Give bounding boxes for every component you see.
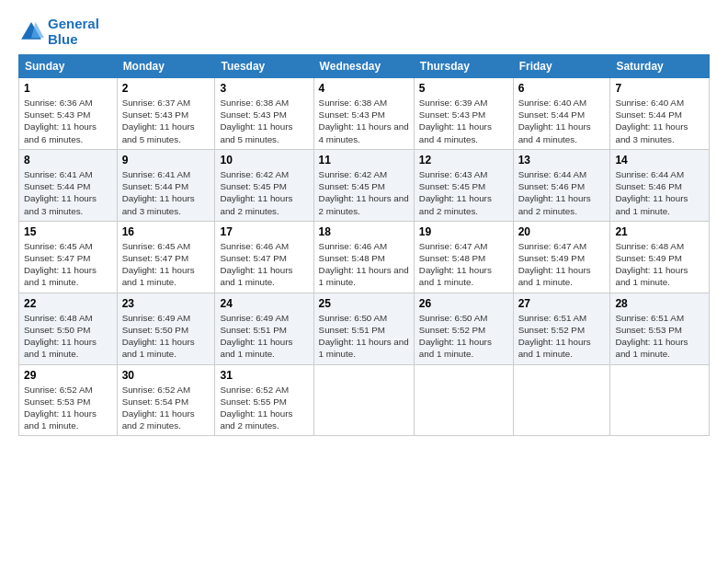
day-number: 22 xyxy=(24,297,112,310)
day-info: Sunrise: 6:50 AMSunset: 5:52 PMDaylight:… xyxy=(419,312,508,361)
day-number: 5 xyxy=(419,82,508,95)
calendar-cell: 25Sunrise: 6:50 AMSunset: 5:51 PMDayligh… xyxy=(313,293,414,364)
calendar-cell: 6Sunrise: 6:40 AMSunset: 5:44 PMDaylight… xyxy=(513,78,610,150)
day-info: Sunrise: 6:49 AMSunset: 5:50 PMDaylight:… xyxy=(122,312,210,361)
calendar-cell: 18Sunrise: 6:46 AMSunset: 5:48 PMDayligh… xyxy=(313,221,414,293)
day-number: 31 xyxy=(220,369,308,382)
day-number: 11 xyxy=(319,154,409,167)
calendar-cell: 22Sunrise: 6:48 AMSunset: 5:50 PMDayligh… xyxy=(19,293,118,364)
day-info: Sunrise: 6:44 AMSunset: 5:46 PMDaylight:… xyxy=(615,168,704,217)
calendar-cell: 13Sunrise: 6:44 AMSunset: 5:46 PMDayligh… xyxy=(513,149,610,221)
day-number: 23 xyxy=(122,297,210,310)
day-info: Sunrise: 6:46 AMSunset: 5:48 PMDaylight:… xyxy=(319,240,409,289)
day-number: 25 xyxy=(319,297,409,310)
calendar-cell: 24Sunrise: 6:49 AMSunset: 5:51 PMDayligh… xyxy=(215,293,313,364)
day-number: 1 xyxy=(24,82,112,95)
day-info: Sunrise: 6:48 AMSunset: 5:50 PMDaylight:… xyxy=(24,312,112,361)
logo-icon xyxy=(18,19,44,45)
day-info: Sunrise: 6:48 AMSunset: 5:49 PMDaylight:… xyxy=(615,240,704,289)
day-number: 12 xyxy=(419,154,508,167)
day-info: Sunrise: 6:45 AMSunset: 5:47 PMDaylight:… xyxy=(24,240,112,289)
day-number: 28 xyxy=(615,297,704,310)
day-number: 21 xyxy=(615,225,704,238)
day-number: 19 xyxy=(419,225,508,238)
calendar-cell: 23Sunrise: 6:49 AMSunset: 5:50 PMDayligh… xyxy=(117,293,215,364)
day-info: Sunrise: 6:40 AMSunset: 5:44 PMDaylight:… xyxy=(615,97,704,145)
logo: General Blue xyxy=(18,17,99,47)
day-info: Sunrise: 6:51 AMSunset: 5:52 PMDaylight:… xyxy=(518,312,606,361)
day-info: Sunrise: 6:41 AMSunset: 5:44 PMDaylight:… xyxy=(24,168,112,217)
calendar-cell: 7Sunrise: 6:40 AMSunset: 5:44 PMDaylight… xyxy=(610,78,710,150)
day-info: Sunrise: 6:38 AMSunset: 5:43 PMDaylight:… xyxy=(220,97,308,145)
calendar-cell: 4Sunrise: 6:38 AMSunset: 5:43 PMDaylight… xyxy=(313,78,414,150)
day-number: 7 xyxy=(615,82,704,95)
day-number: 6 xyxy=(518,82,606,95)
day-number: 10 xyxy=(220,154,308,167)
calendar-cell: 17Sunrise: 6:46 AMSunset: 5:47 PMDayligh… xyxy=(215,221,313,293)
header-tuesday: Tuesday xyxy=(215,55,313,78)
day-info: Sunrise: 6:52 AMSunset: 5:53 PMDaylight:… xyxy=(24,384,112,432)
calendar-cell: 29Sunrise: 6:52 AMSunset: 5:53 PMDayligh… xyxy=(19,364,118,436)
day-number: 9 xyxy=(122,154,210,167)
calendar-cell: 9Sunrise: 6:41 AMSunset: 5:44 PMDaylight… xyxy=(117,149,215,221)
day-number: 14 xyxy=(615,154,704,167)
header-friday: Friday xyxy=(513,55,610,78)
day-info: Sunrise: 6:43 AMSunset: 5:45 PMDaylight:… xyxy=(419,168,508,217)
calendar-table: SundayMondayTuesdayWednesdayThursdayFrid… xyxy=(18,54,710,436)
calendar-cell: 16Sunrise: 6:45 AMSunset: 5:47 PMDayligh… xyxy=(117,221,215,293)
calendar-cell: 14Sunrise: 6:44 AMSunset: 5:46 PMDayligh… xyxy=(610,149,710,221)
day-number: 24 xyxy=(220,297,308,310)
calendar-cell xyxy=(513,364,610,436)
day-number: 18 xyxy=(319,225,409,238)
day-info: Sunrise: 6:42 AMSunset: 5:45 PMDaylight:… xyxy=(319,168,409,217)
day-info: Sunrise: 6:41 AMSunset: 5:44 PMDaylight:… xyxy=(122,168,210,217)
day-number: 29 xyxy=(24,369,112,382)
calendar-cell: 30Sunrise: 6:52 AMSunset: 5:54 PMDayligh… xyxy=(117,364,215,436)
day-info: Sunrise: 6:50 AMSunset: 5:51 PMDaylight:… xyxy=(319,312,409,361)
day-number: 3 xyxy=(220,82,308,95)
calendar-cell: 10Sunrise: 6:42 AMSunset: 5:45 PMDayligh… xyxy=(215,149,313,221)
day-number: 4 xyxy=(319,82,409,95)
calendar-cell: 3Sunrise: 6:38 AMSunset: 5:43 PMDaylight… xyxy=(215,78,313,150)
calendar-body: 1Sunrise: 6:36 AMSunset: 5:43 PMDaylight… xyxy=(19,78,710,436)
calendar-cell: 26Sunrise: 6:50 AMSunset: 5:52 PMDayligh… xyxy=(414,293,513,364)
calendar-cell: 21Sunrise: 6:48 AMSunset: 5:49 PMDayligh… xyxy=(610,221,710,293)
day-info: Sunrise: 6:51 AMSunset: 5:53 PMDaylight:… xyxy=(615,312,704,361)
calendar-cell: 28Sunrise: 6:51 AMSunset: 5:53 PMDayligh… xyxy=(610,293,710,364)
calendar-cell xyxy=(414,364,513,436)
day-info: Sunrise: 6:47 AMSunset: 5:48 PMDaylight:… xyxy=(419,240,508,289)
day-number: 26 xyxy=(419,297,508,310)
day-number: 2 xyxy=(122,82,210,95)
calendar-cell: 31Sunrise: 6:52 AMSunset: 5:55 PMDayligh… xyxy=(215,364,313,436)
day-info: Sunrise: 6:39 AMSunset: 5:43 PMDaylight:… xyxy=(419,97,508,145)
header-saturday: Saturday xyxy=(610,55,710,78)
calendar-cell xyxy=(313,364,414,436)
day-info: Sunrise: 6:42 AMSunset: 5:45 PMDaylight:… xyxy=(220,168,308,217)
day-info: Sunrise: 6:46 AMSunset: 5:47 PMDaylight:… xyxy=(220,240,308,289)
day-number: 27 xyxy=(518,297,606,310)
calendar-cell: 11Sunrise: 6:42 AMSunset: 5:45 PMDayligh… xyxy=(313,149,414,221)
day-number: 15 xyxy=(24,225,112,238)
page: General Blue SundayMondayTuesdayWednesda… xyxy=(0,0,728,563)
header-sunday: Sunday xyxy=(19,55,118,78)
calendar-cell: 5Sunrise: 6:39 AMSunset: 5:43 PMDaylight… xyxy=(414,78,513,150)
calendar-cell: 27Sunrise: 6:51 AMSunset: 5:52 PMDayligh… xyxy=(513,293,610,364)
day-number: 17 xyxy=(220,225,308,238)
calendar-cell: 2Sunrise: 6:37 AMSunset: 5:43 PMDaylight… xyxy=(117,78,215,150)
day-info: Sunrise: 6:40 AMSunset: 5:44 PMDaylight:… xyxy=(518,97,606,145)
day-info: Sunrise: 6:44 AMSunset: 5:46 PMDaylight:… xyxy=(518,168,606,217)
day-info: Sunrise: 6:45 AMSunset: 5:47 PMDaylight:… xyxy=(122,240,210,289)
header-thursday: Thursday xyxy=(414,55,513,78)
calendar-cell: 12Sunrise: 6:43 AMSunset: 5:45 PMDayligh… xyxy=(414,149,513,221)
day-number: 16 xyxy=(122,225,210,238)
calendar-cell xyxy=(610,364,710,436)
day-info: Sunrise: 6:52 AMSunset: 5:55 PMDaylight:… xyxy=(220,384,308,432)
day-number: 20 xyxy=(518,225,606,238)
calendar-cell: 1Sunrise: 6:36 AMSunset: 5:43 PMDaylight… xyxy=(19,78,118,150)
day-number: 13 xyxy=(518,154,606,167)
day-info: Sunrise: 6:37 AMSunset: 5:43 PMDaylight:… xyxy=(122,97,210,145)
header-wednesday: Wednesday xyxy=(313,55,414,78)
logo-text: General Blue xyxy=(48,17,99,47)
day-info: Sunrise: 6:52 AMSunset: 5:54 PMDaylight:… xyxy=(122,384,210,432)
calendar-cell: 15Sunrise: 6:45 AMSunset: 5:47 PMDayligh… xyxy=(19,221,118,293)
